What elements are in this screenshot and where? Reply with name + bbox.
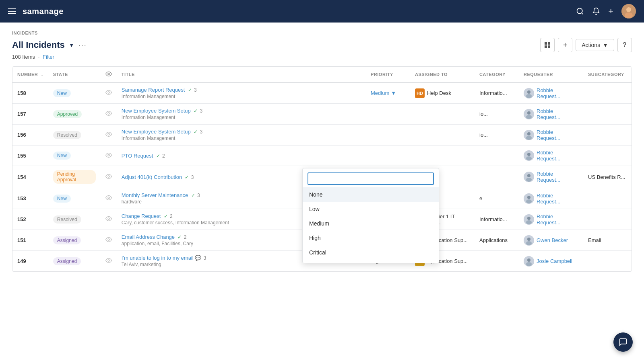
hamburger-menu[interactable] xyxy=(8,8,16,14)
title-more-options[interactable]: ··· xyxy=(78,41,87,49)
requester-link[interactable]: Robbie Request... xyxy=(537,108,578,120)
cell-category: Informatio... xyxy=(475,209,519,230)
cell-title: Samanage Report Request ✓ 3Information M… xyxy=(117,82,366,104)
requester-link[interactable]: Robbie Request... xyxy=(537,129,578,141)
title-count: 2 xyxy=(169,213,173,219)
title-check-icon: ✓ xyxy=(162,213,167,219)
eye-icon[interactable] xyxy=(105,132,112,139)
eye-icon[interactable] xyxy=(105,111,112,118)
requester-link[interactable]: Gwen Becker xyxy=(537,237,568,243)
cell-title: New Employee System Setup ✓ 3Information… xyxy=(117,125,366,146)
plus-icon[interactable]: + xyxy=(608,6,613,16)
requester-link[interactable]: Robbie Request... xyxy=(537,150,578,162)
priority-option-critical[interactable]: Critical xyxy=(303,245,439,260)
priority-search-input[interactable] xyxy=(308,172,434,185)
eye-icon[interactable] xyxy=(105,237,112,244)
cell-subcategory xyxy=(583,146,632,166)
requester-cell: Robbie Request... xyxy=(524,171,578,183)
priority-dropdown-trigger[interactable]: Medium ▼ xyxy=(371,90,396,96)
svg-point-3 xyxy=(626,7,631,12)
eye-icon[interactable] xyxy=(105,90,112,97)
requester-link[interactable]: Robbie Request... xyxy=(537,87,578,99)
title-link[interactable]: Email Address Change xyxy=(122,234,175,240)
cell-requester: Robbie Request... xyxy=(519,188,583,209)
cell-requester: Robbie Request... xyxy=(519,104,583,125)
chat-bubble-button[interactable] xyxy=(613,332,633,352)
title-link[interactable]: New Employee System Setup xyxy=(122,129,191,135)
cell-requester: Robbie Request... xyxy=(519,82,583,104)
title-count: 2 xyxy=(161,153,165,159)
requester-link[interactable]: Josie Campbell xyxy=(537,258,572,264)
eye-icon[interactable] xyxy=(105,153,112,160)
cell-subcategory: Email xyxy=(583,230,632,251)
title-check-icon: ✓ xyxy=(184,174,189,180)
cell-subcategory xyxy=(583,125,632,146)
eye-icon[interactable] xyxy=(105,195,112,202)
col-number[interactable]: NUMBER ↓ xyxy=(12,67,48,82)
title-count: 3 xyxy=(202,255,206,261)
filter-link[interactable]: Filter xyxy=(43,54,54,60)
svg-point-37 xyxy=(526,220,532,224)
title-link[interactable]: Samanage Report Request xyxy=(122,87,185,93)
cell-requester: Robbie Request... xyxy=(519,166,583,188)
priority-option-medium[interactable]: Medium xyxy=(303,216,439,231)
cell-requester: Robbie Request... xyxy=(519,209,583,230)
bell-icon[interactable] xyxy=(592,7,600,15)
table-header: NUMBER ↓ STATE TITLE PRIORITY ASSIGNED T… xyxy=(12,67,632,82)
requester-link[interactable]: Robbie Request... xyxy=(537,193,578,205)
title-check-icon: ✓ xyxy=(176,234,182,240)
cell-priority xyxy=(366,125,410,146)
title-link[interactable]: Change Request xyxy=(122,213,161,219)
title-check-icon: ✓ xyxy=(190,193,195,198)
col-subcategory: SUBCATEGORY xyxy=(583,67,632,82)
title-dropdown-arrow[interactable]: ▼ xyxy=(69,42,74,48)
main-content: INCIDENTS All Incidents ▼ ··· + Actions … xyxy=(0,23,644,363)
requester-avatar xyxy=(524,235,534,246)
cell-category: Informatio... xyxy=(475,82,519,104)
avatar[interactable] xyxy=(621,4,636,18)
search-icon[interactable] xyxy=(576,7,584,15)
team-icon: HD xyxy=(415,88,425,98)
topnav-icons: + xyxy=(576,4,636,18)
svg-point-4 xyxy=(625,12,633,18)
eye-icon[interactable] xyxy=(105,174,112,181)
title-link[interactable]: Adjust 401(k) Contribution xyxy=(122,174,182,180)
requester-avatar xyxy=(524,193,534,204)
requester-link[interactable]: Robbie Request... xyxy=(537,171,578,183)
eye-icon[interactable] xyxy=(105,258,112,265)
page-subtitle: 108 Items · Filter xyxy=(12,54,632,60)
title-subtitle: Information Management xyxy=(122,135,361,141)
svg-point-21 xyxy=(526,136,532,140)
state-badge: Pending Approval xyxy=(53,170,96,184)
title-link[interactable]: PTO Request xyxy=(122,153,153,159)
svg-point-42 xyxy=(108,260,109,261)
title-link[interactable]: Monthly Server Maintenance xyxy=(122,192,188,198)
title-count: 3 xyxy=(196,193,200,198)
eye-icon[interactable] xyxy=(105,216,112,223)
priority-option-low[interactable]: Low xyxy=(303,202,439,216)
priority-option-none[interactable]: None xyxy=(303,187,439,202)
requester-cell: Robbie Request... xyxy=(524,213,578,226)
help-button[interactable]: ? xyxy=(617,38,632,52)
actions-button[interactable]: Actions ▼ xyxy=(576,39,614,51)
cell-title: PTO Request ✓ 2 xyxy=(117,146,366,166)
priority-option-high[interactable]: High xyxy=(303,231,439,245)
table-row: 158NewSamanage Report Request ✓ 3Informa… xyxy=(12,82,632,104)
title-check-icon: ✓ xyxy=(155,153,160,159)
cell-assigned: HDHelp Desk xyxy=(410,82,475,104)
grid-view-button[interactable] xyxy=(540,38,555,52)
title-link[interactable]: I'm unable to log in to my email xyxy=(122,255,194,261)
cell-eye xyxy=(101,251,117,272)
requester-cell: Josie Campbell xyxy=(524,256,578,267)
requester-avatar xyxy=(524,256,534,267)
col-assigned: ASSIGNED TO xyxy=(410,67,475,82)
state-badge: Assigned xyxy=(53,257,81,265)
svg-point-30 xyxy=(108,197,109,199)
title-link[interactable]: New Employee System Setup xyxy=(122,108,191,114)
cell-subcategory xyxy=(583,209,632,230)
title-count: 3 xyxy=(198,129,202,135)
requester-link[interactable]: Robbie Request... xyxy=(537,213,578,226)
add-button[interactable]: + xyxy=(558,38,572,52)
state-badge: New xyxy=(53,152,71,160)
requester-avatar xyxy=(524,150,534,161)
